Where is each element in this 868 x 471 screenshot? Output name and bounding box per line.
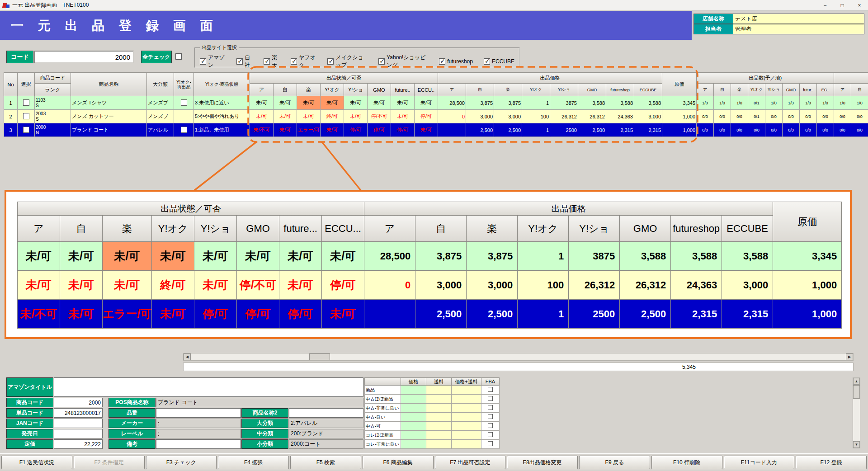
condition-price-cell[interactable]: [401, 422, 426, 431]
condition-price-cell[interactable]: [401, 386, 426, 395]
fba-checkbox[interactable]: [488, 405, 493, 410]
cell-category[interactable]: メンズブ: [147, 96, 174, 110]
cell-price[interactable]: 2,500: [578, 123, 606, 137]
vertical-scrollbar[interactable]: ▲ ▼: [853, 377, 860, 448]
cell-count[interactable]: 1/0: [783, 96, 800, 110]
cell-count[interactable]: 1/0: [714, 96, 731, 110]
cell-status[interactable]: 停/不可: [368, 110, 391, 123]
row-select-checkbox[interactable]: [23, 99, 29, 106]
cell-status[interactable]: 未/可: [321, 123, 344, 137]
cell-status[interactable]: 停/可: [368, 123, 391, 137]
cell-condition[interactable]: 5:やや傷や汚れあり: [194, 110, 250, 123]
cell-count-extra[interactable]: 0/0: [851, 110, 868, 123]
site-checkbox[interactable]: [264, 58, 270, 65]
cell-no[interactable]: 3: [4, 123, 18, 137]
cell-count[interactable]: 0/0: [800, 110, 817, 123]
cell-no[interactable]: 1: [4, 96, 18, 110]
cell-status[interactable]: 未/可: [415, 123, 438, 137]
cell-count-extra[interactable]: 0/0: [834, 123, 851, 137]
cell-count[interactable]: 1/0: [697, 96, 714, 110]
close-button[interactable]: ×: [851, 0, 868, 11]
cell-cost[interactable]: 1,000: [662, 123, 697, 137]
function-key-9[interactable]: F9 戻る: [579, 456, 650, 469]
site-checkbox-item[interactable]: メイクショップ: [327, 54, 368, 69]
scroll-left-button[interactable]: ◀: [184, 353, 191, 360]
cell-status[interactable]: 未/可: [274, 96, 297, 110]
code-input[interactable]: [34, 51, 134, 63]
function-key-4[interactable]: F4 拡張: [218, 456, 289, 469]
function-key-11[interactable]: F11コード入力: [724, 456, 795, 469]
condition-shipping-cell[interactable]: [426, 386, 452, 395]
cell-count[interactable]: 0/1: [748, 96, 765, 110]
cell-price[interactable]: 2,500: [494, 123, 522, 137]
condition-total-cell[interactable]: [452, 422, 481, 431]
condition-total-cell[interactable]: [452, 413, 481, 422]
cell-count[interactable]: 0/0: [765, 123, 783, 137]
cell-price[interactable]: 3,588: [578, 96, 606, 110]
cell-name[interactable]: メンズ カットソー: [71, 110, 147, 123]
cell-price[interactable]: 3,875: [466, 96, 494, 110]
cell-status[interactable]: 未/可: [274, 123, 297, 137]
cell-count[interactable]: 0/0: [817, 123, 834, 137]
cell-status[interactable]: 未/可: [344, 110, 368, 123]
cell-price[interactable]: 1: [522, 123, 550, 137]
condition-price-cell[interactable]: [401, 431, 426, 440]
product-row[interactable]: 32000Nブランド コートアパレル1:新品、未使用未/不可未/可エラー/可未/…: [4, 123, 868, 137]
cell-category[interactable]: メンズブ: [147, 110, 174, 123]
fba-checkbox[interactable]: [488, 441, 493, 446]
check-all-checkbox[interactable]: [175, 53, 182, 60]
cell-relist[interactable]: [174, 96, 194, 110]
cell-price[interactable]: [438, 123, 466, 137]
condition-total-cell[interactable]: [452, 431, 481, 440]
cell-count[interactable]: 0/1: [748, 110, 765, 123]
cell-select[interactable]: [18, 110, 35, 123]
cell-status[interactable]: 終/可: [321, 110, 344, 123]
cell-price[interactable]: 100: [522, 110, 550, 123]
list-price-input[interactable]: [54, 439, 103, 449]
relist-checkbox[interactable]: [181, 127, 187, 133]
cell-price[interactable]: 3,000: [494, 110, 522, 123]
condition-shipping-cell[interactable]: [426, 413, 452, 422]
product-name2-input[interactable]: [289, 408, 363, 418]
cell-count[interactable]: 0/0: [748, 123, 765, 137]
condition-shipping-cell[interactable]: [426, 404, 452, 413]
cell-status[interactable]: 未/可: [415, 96, 438, 110]
cell-price[interactable]: 2,500: [466, 123, 494, 137]
cell-status[interactable]: 未/可: [321, 96, 344, 110]
function-key-12[interactable]: F12 登録: [796, 456, 867, 469]
fba-checkbox[interactable]: [488, 432, 493, 437]
horizontal-scrollbar[interactable]: ◀ ▶: [183, 353, 854, 361]
site-checkbox[interactable]: [327, 58, 334, 65]
scroll-down-button[interactable]: ▼: [853, 441, 860, 448]
vscrollbar-thumb[interactable]: [853, 385, 860, 399]
release-date-input[interactable]: [54, 429, 103, 438]
cell-count[interactable]: 1/0: [800, 96, 817, 110]
cell-status[interactable]: 未/可: [250, 96, 274, 110]
site-checkbox[interactable]: [291, 58, 297, 65]
site-checkbox[interactable]: [484, 58, 490, 65]
cell-count[interactable]: 0/0: [714, 110, 731, 123]
cell-count[interactable]: 1/0: [731, 96, 748, 110]
product-row[interactable]: 22003Sメンズ カットソーメンズブ5:やや傷や汚れあり未/可未/可未/可終/…: [4, 110, 868, 123]
cell-count[interactable]: 0/0: [697, 110, 714, 123]
cell-price[interactable]: 28,500: [438, 96, 466, 110]
cell-code[interactable]: 2000N: [35, 123, 71, 137]
condition-total-cell[interactable]: [452, 440, 481, 449]
cell-relist[interactable]: [174, 123, 194, 137]
part-number-input[interactable]: [156, 408, 241, 418]
condition-price-cell[interactable]: [401, 440, 426, 449]
cell-price[interactable]: 3,588: [634, 96, 662, 110]
cell-category[interactable]: アパレル: [147, 123, 174, 137]
site-checkbox-item[interactable]: futureshop: [439, 58, 473, 65]
cell-status[interactable]: 未/可: [250, 110, 274, 123]
cell-count[interactable]: 0/0: [731, 123, 748, 137]
cell-price[interactable]: 1: [522, 96, 550, 110]
cell-price[interactable]: 3,000: [466, 110, 494, 123]
cell-status[interactable]: エラー/可: [297, 123, 321, 137]
cell-count[interactable]: 0/0: [800, 123, 817, 137]
site-checkbox-item[interactable]: Yahoo!ショッピング: [378, 54, 428, 69]
cell-count[interactable]: 0/0: [783, 110, 800, 123]
maximize-button[interactable]: □: [834, 0, 851, 11]
cell-count-extra[interactable]: 1/0: [834, 96, 851, 110]
cell-status[interactable]: 停/可: [415, 110, 438, 123]
